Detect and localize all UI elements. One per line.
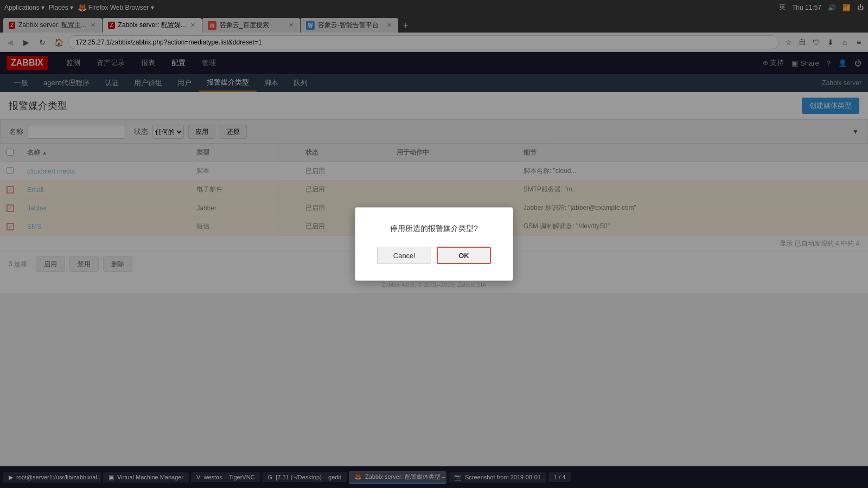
dialog-message: 停用所选的报警媒介类型? bbox=[377, 224, 491, 234]
dialog-cancel-button[interactable]: Cancel bbox=[377, 247, 431, 264]
dialog-overlay: 停用所选的报警媒介类型? Cancel OK bbox=[0, 0, 868, 488]
confirm-dialog: 停用所选的报警媒介类型? Cancel OK bbox=[355, 207, 513, 281]
dialog-buttons: Cancel OK bbox=[377, 247, 491, 264]
dialog-ok-button[interactable]: OK bbox=[437, 247, 491, 264]
